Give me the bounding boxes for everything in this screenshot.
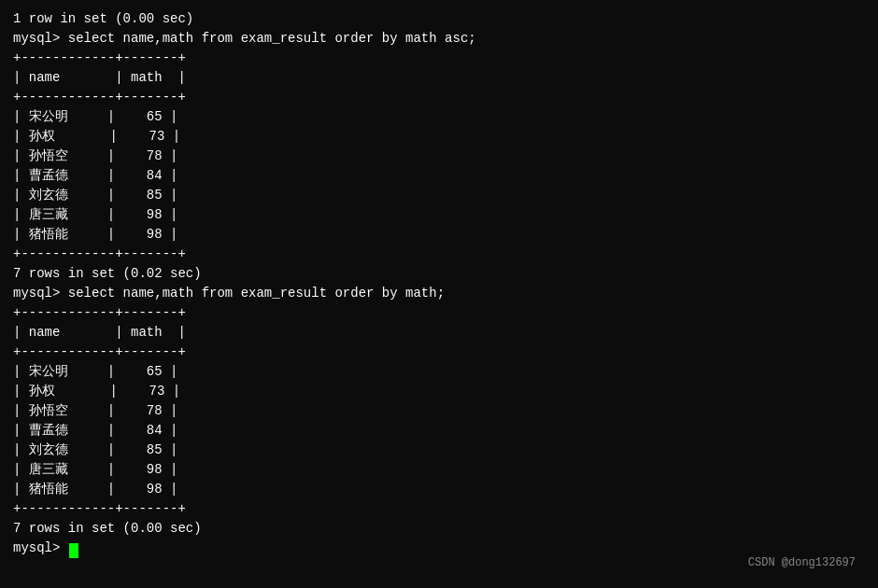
terminal-line: | 孙悟空 | 78 | <box>13 147 865 166</box>
terminal-line: +------------+-------+ <box>13 245 865 264</box>
terminal-line: | 孙权 | 73 | <box>13 382 865 401</box>
terminal-line: | 曹孟德 | 84 | <box>13 421 865 441</box>
terminal-line: +------------+-------+ <box>13 49 865 68</box>
terminal-cursor <box>69 543 78 558</box>
watermark: CSDN @dong132697 <box>748 554 856 571</box>
terminal-line: | 唐三藏 | 98 | <box>13 460 865 480</box>
terminal-line: +------------+-------+ <box>13 88 865 107</box>
terminal-line: 7 rows in set (0.02 sec) <box>13 264 865 284</box>
terminal-line: | name | math | <box>13 68 865 88</box>
terminal-line: | 猪悟能 | 98 | <box>13 480 865 499</box>
terminal-line: mysql> select name,math from exam_result… <box>13 284 865 303</box>
terminal-line: | 宋公明 | 65 | <box>13 107 865 127</box>
terminal-line: 1 row in set (0.00 sec) <box>13 9 865 29</box>
terminal-line: | 刘玄德 | 85 | <box>13 441 865 460</box>
terminal-line: | 孙权 | 73 | <box>13 127 865 147</box>
terminal-line: mysql> select name,math from exam_result… <box>13 29 865 49</box>
terminal: 1 row in set (0.00 sec)mysql> select nam… <box>13 9 865 579</box>
terminal-line: mysql> <box>13 539 865 558</box>
terminal-line: +------------+-------+ <box>13 343 865 362</box>
terminal-output: 1 row in set (0.00 sec)mysql> select nam… <box>13 9 865 558</box>
terminal-line: | 猪悟能 | 98 | <box>13 225 865 245</box>
terminal-line: +------------+-------+ <box>13 303 865 323</box>
terminal-line: | 曹孟德 | 84 | <box>13 166 865 186</box>
terminal-line: | name | math | <box>13 323 865 343</box>
terminal-line: | 孙悟空 | 78 | <box>13 401 865 421</box>
terminal-line: | 唐三藏 | 98 | <box>13 205 865 225</box>
terminal-line: | 刘玄德 | 85 | <box>13 186 865 205</box>
terminal-line: | 宋公明 | 65 | <box>13 362 865 382</box>
terminal-line: +------------+-------+ <box>13 499 865 519</box>
terminal-line: 7 rows in set (0.00 sec) <box>13 519 865 539</box>
